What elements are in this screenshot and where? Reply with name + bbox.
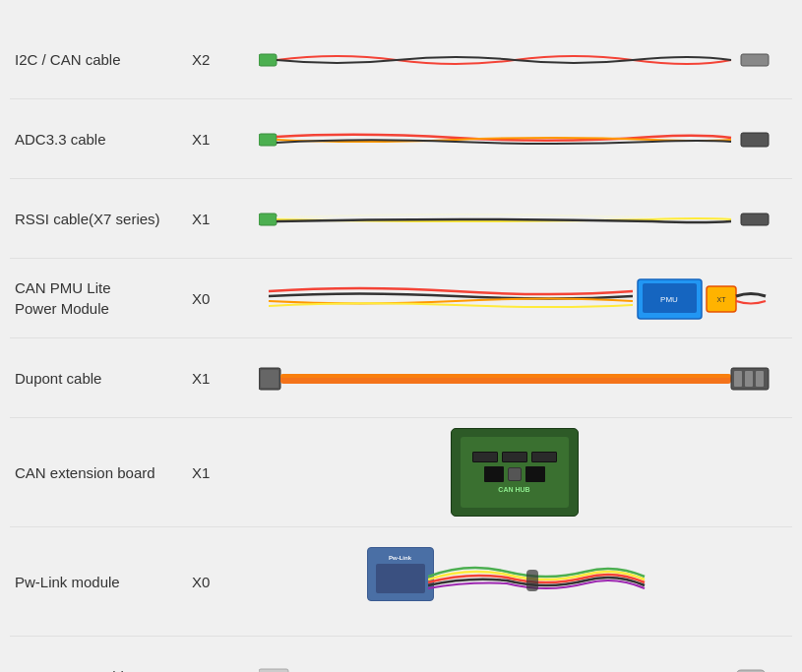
item-qty-i2c-can-cable: X2 [192,51,241,68]
row-i2c-can-cable: I2C / CAN cable X2 [10,20,792,99]
row-pwlink: Pw-Link module X0 Pw-Link [10,527,792,637]
item-image-i2c-can-cable [241,30,787,89]
svg-text:XT: XT [716,296,726,303]
item-image-dupont-cable [241,348,787,407]
item-label-dupont-cable: Dupont cable [15,368,192,389]
item-image-can-board: CAN HUB [241,428,787,517]
svg-rect-19 [526,570,538,591]
svg-rect-0 [259,54,277,66]
item-qty-can-pmu: X0 [192,290,241,307]
item-label-can-board: CAN extension board [15,462,192,483]
item-image-pwlink: Pw-Link [241,537,787,626]
item-qty-can-board: X1 [192,464,241,481]
svg-text:PMU: PMU [660,295,678,304]
svg-rect-4 [259,214,277,225]
item-image-can-pmu: PMU XT [241,269,787,328]
item-qty-pwlink: X0 [192,574,241,590]
item-image-rssi-cable [241,189,787,248]
row-rssi-cable: RSSI cable(X7 series) X1 [10,179,792,259]
svg-rect-5 [741,214,769,225]
svg-rect-16 [734,371,742,387]
svg-rect-3 [741,133,769,147]
row-can-pmu: CAN PMU LitePower Module X0 PMU XT [10,259,792,338]
row-can-board: CAN extension board X1 CAN HUB [10,418,792,527]
svg-rect-17 [745,371,753,387]
row-usb-typec: USB-TypeC cable X1 [10,637,792,672]
svg-rect-1 [741,54,769,66]
svg-rect-2 [259,134,277,146]
svg-rect-18 [756,371,764,387]
svg-rect-12 [261,370,278,388]
item-label-pwlink: Pw-Link module [15,572,192,592]
item-label-usb-typec: USB-TypeC cable [15,666,192,673]
item-qty-adc-cable: X1 [192,131,241,148]
svg-rect-14 [280,374,731,378]
item-image-adc-cable [241,109,787,168]
item-qty-rssi-cable: X1 [192,211,241,227]
item-qty-dupont-cable: X1 [192,370,241,387]
item-image-usb-typec [241,646,787,672]
item-label-can-pmu: CAN PMU LitePower Module [15,277,192,319]
item-label-i2c-can-cable: I2C / CAN cable [15,49,192,70]
item-label-adc-cable: ADC3.3 cable [15,129,192,150]
row-dupont-cable: Dupont cable X1 [10,338,792,418]
item-qty-usb-typec: X1 [192,668,241,673]
item-label-rssi-cable: RSSI cable(X7 series) [15,209,192,229]
row-adc-cable: ADC3.3 cable X1 [10,99,792,179]
